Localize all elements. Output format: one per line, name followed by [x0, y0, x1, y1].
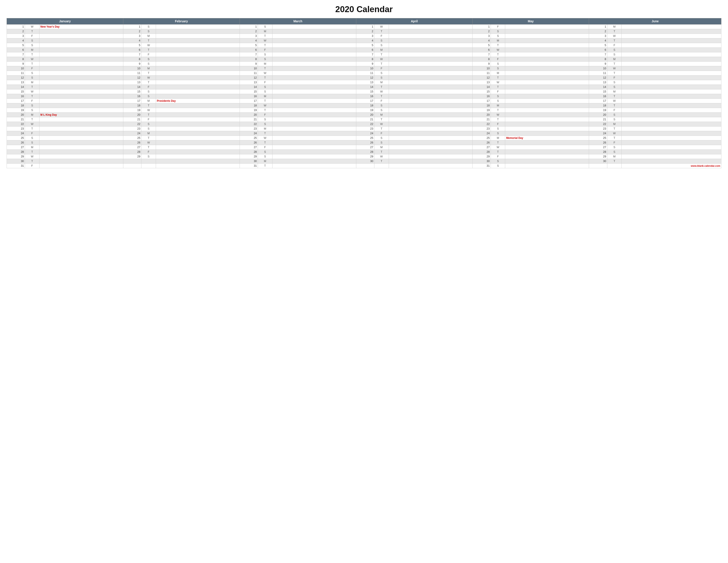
- day-holiday-january-11: [39, 71, 123, 75]
- day-num-june-8: 8: [589, 57, 607, 62]
- day-holiday-may-10: [505, 66, 589, 71]
- day-holiday-january-15: [39, 89, 123, 94]
- day-holiday-june-6: [622, 48, 721, 52]
- day-dow-may-9: S: [491, 62, 505, 66]
- day-dow-january-31: F: [25, 164, 39, 168]
- day-holiday-march-8: [272, 57, 356, 62]
- empty-dow-february-29: [141, 159, 156, 164]
- day-holiday-may-2: [505, 29, 589, 34]
- day-holiday-may-20: [505, 113, 589, 117]
- day-dow-june-5: F: [607, 43, 622, 48]
- day-num-january-8: 8: [7, 57, 25, 62]
- day-num-january-22: 22: [7, 122, 25, 126]
- day-num-january-11: 11: [7, 71, 25, 75]
- day-holiday-january-18: [39, 103, 123, 108]
- day-num-may-3: 3: [473, 34, 491, 38]
- day-dow-april-23: T: [374, 126, 389, 131]
- day-holiday-february-11: [156, 71, 240, 75]
- day-num-january-26: 26: [7, 140, 25, 145]
- day-holiday-february-21: [156, 117, 240, 122]
- day-holiday-june-11: [622, 71, 721, 75]
- day-holiday-april-18: [389, 103, 473, 108]
- day-num-february-23: 23: [123, 126, 141, 131]
- day-holiday-april-14: [389, 85, 473, 89]
- day-holiday-april-12: [389, 75, 473, 80]
- day-dow-march-2: M: [258, 29, 272, 34]
- month-header-june: June: [589, 18, 721, 24]
- day-num-april-26: 26: [356, 140, 374, 145]
- day-dow-february-17: M: [141, 99, 156, 103]
- day-holiday-june-4: [622, 38, 721, 43]
- day-dow-may-16: S: [491, 94, 505, 99]
- day-holiday-june-15: [622, 89, 721, 94]
- day-num-january-25: 25: [7, 136, 25, 140]
- day-holiday-april-15: [389, 89, 473, 94]
- day-num-february-24: 24: [123, 131, 141, 136]
- day-holiday-january-14: [39, 85, 123, 89]
- day-holiday-january-23: [39, 126, 123, 131]
- day-holiday-june-8: [622, 57, 721, 62]
- day-num-february-5: 5: [123, 43, 141, 48]
- day-num-january-17: 17: [7, 99, 25, 103]
- day-num-march-13: 13: [240, 80, 258, 85]
- day-dow-may-11: M: [491, 71, 505, 75]
- day-num-january-18: 18: [7, 103, 25, 108]
- day-num-march-30: 30: [240, 159, 258, 164]
- day-num-june-4: 4: [589, 38, 607, 43]
- day-dow-may-3: S: [491, 34, 505, 38]
- day-num-june-16: 16: [589, 94, 607, 99]
- day-num-june-19: 19: [589, 108, 607, 113]
- day-num-february-20: 20: [123, 113, 141, 117]
- day-dow-february-9: S: [141, 62, 156, 66]
- day-num-february-15: 15: [123, 89, 141, 94]
- day-holiday-february-28: [156, 150, 240, 154]
- day-holiday-april-20: [389, 113, 473, 117]
- day-num-march-15: 15: [240, 89, 258, 94]
- day-num-march-7: 7: [240, 52, 258, 57]
- day-num-may-19: 19: [473, 108, 491, 113]
- day-dow-march-27: F: [258, 145, 272, 150]
- day-dow-april-12: S: [374, 75, 389, 80]
- day-num-january-15: 15: [7, 89, 25, 94]
- day-dow-march-24: T: [258, 131, 272, 136]
- day-holiday-march-13: [272, 80, 356, 85]
- day-holiday-march-19: [272, 108, 356, 113]
- day-dow-january-16: T: [25, 94, 39, 99]
- day-num-june-12: 12: [589, 75, 607, 80]
- day-dow-january-15: W: [25, 89, 39, 94]
- day-num-february-19: 19: [123, 108, 141, 113]
- day-num-june-10: 10: [589, 66, 607, 71]
- day-num-april-6: 6: [356, 48, 374, 52]
- day-dow-may-13: W: [491, 80, 505, 85]
- day-dow-may-25: M: [491, 136, 505, 140]
- day-num-february-9: 9: [123, 62, 141, 66]
- day-holiday-april-5: [389, 43, 473, 48]
- day-num-march-28: 28: [240, 150, 258, 154]
- empty-holiday-february-29: [156, 159, 240, 164]
- day-num-february-26: 26: [123, 140, 141, 145]
- day-num-may-30: 30: [473, 159, 491, 164]
- day-holiday-april-28: [389, 150, 473, 154]
- day-dow-may-6: W: [491, 48, 505, 52]
- day-num-january-21: 21: [7, 117, 25, 122]
- day-num-march-18: 18: [240, 103, 258, 108]
- day-dow-march-18: W: [258, 103, 272, 108]
- day-dow-may-23: S: [491, 126, 505, 131]
- day-holiday-june-2: [622, 29, 721, 34]
- day-holiday-june-23: [622, 126, 721, 131]
- day-holiday-february-26: [156, 140, 240, 145]
- day-holiday-february-27: [156, 145, 240, 150]
- day-holiday-june-5: [622, 43, 721, 48]
- day-num-april-18: 18: [356, 103, 374, 108]
- day-dow-january-21: T: [25, 117, 39, 122]
- day-num-june-17: 17: [589, 99, 607, 103]
- day-dow-march-28: S: [258, 150, 272, 154]
- day-holiday-june-12: [622, 75, 721, 80]
- day-dow-may-22: F: [491, 122, 505, 126]
- day-holiday-june-17: [622, 99, 721, 103]
- day-dow-january-7: T: [25, 52, 39, 57]
- day-dow-january-28: T: [25, 150, 39, 154]
- day-dow-may-20: W: [491, 113, 505, 117]
- day-dow-february-2: S: [141, 29, 156, 34]
- day-dow-april-3: F: [374, 34, 389, 38]
